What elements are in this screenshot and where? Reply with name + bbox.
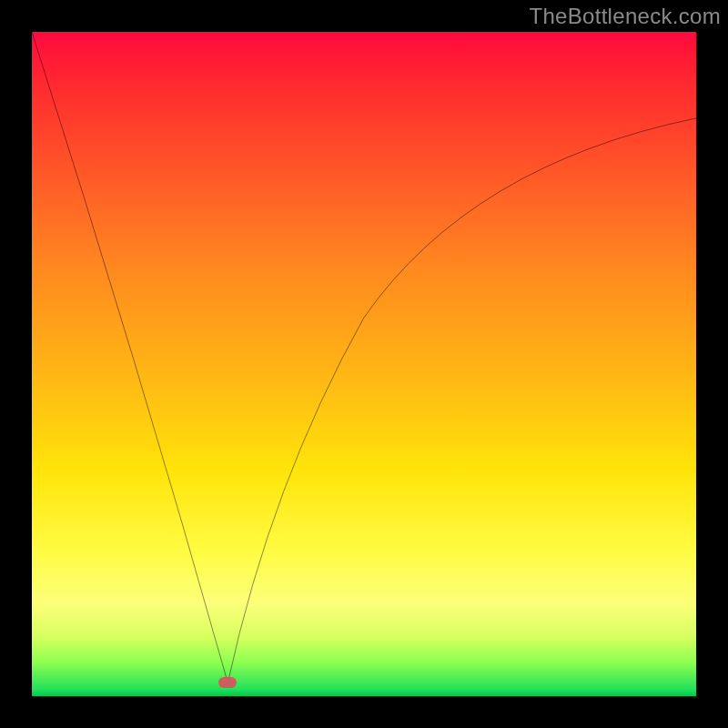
plot-area	[32, 32, 696, 696]
curve-right	[228, 118, 696, 683]
chart-frame: TheBottleneck.com	[0, 0, 728, 728]
watermark-text: TheBottleneck.com	[529, 4, 721, 29]
marker-dot	[218, 677, 237, 688]
curve-layer	[32, 32, 696, 696]
curve-left	[32, 32, 228, 682]
